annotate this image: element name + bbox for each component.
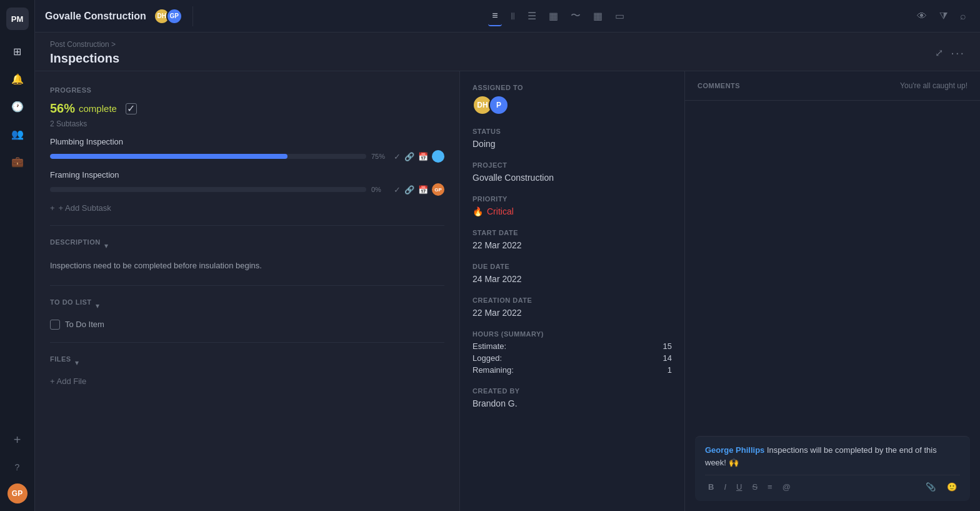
estimate-value: 15 (663, 342, 672, 351)
priority-text: Critical (487, 206, 514, 216)
start-date-field: START DATE 22 Mar 2022 (472, 229, 672, 250)
attach-button[interactable]: 📎 (922, 480, 939, 493)
list-button[interactable]: ≡ (764, 480, 776, 493)
sidebar-user-avatar[interactable]: GP (8, 483, 28, 503)
breadcrumb-parent[interactable]: Post Construction > (50, 40, 116, 49)
task-panel: PROGRESS 56% complete ✓ 2 Subtasks Plumb… (35, 71, 460, 511)
comment-author: George Phillips (705, 445, 764, 455)
comment-input-area[interactable]: George Phillips Inspections will be comp… (695, 436, 970, 501)
subtask-framing-pct: 0% (371, 186, 389, 193)
logged-label: Logged: (472, 353, 502, 363)
description-chevron: ▾ (104, 241, 108, 250)
bold-button[interactable]: B (705, 480, 717, 493)
sidebar-logo: PM (6, 8, 29, 30)
start-date-value: 22 Mar 2022 (472, 240, 672, 250)
status-field: STATUS Doing (472, 128, 672, 149)
divider-2 (50, 285, 444, 286)
collapse-icon[interactable]: ⤢ (935, 47, 943, 59)
project-field: PROJECT Govalle Construction (472, 161, 672, 183)
subtask-calendar-icon[interactable]: 📅 (418, 152, 428, 161)
subtask-framing-avatar: GP (432, 183, 444, 196)
files-label: FILES (50, 355, 71, 363)
fire-icon: 🔥 (472, 206, 483, 216)
created-by-label: CREATED BY (472, 387, 672, 395)
italic-button[interactable]: I (721, 480, 729, 493)
hours-remaining-row: Remaining: 1 (472, 365, 672, 375)
search-icon[interactable]: ⌕ (956, 7, 970, 26)
top-header: Govalle Construction DH GP ≡ ⫴ ☰ ▦ 〜 ▦ ▭… (35, 0, 980, 33)
due-date-value: 24 Mar 2022 (472, 274, 672, 284)
comments-body (685, 101, 980, 426)
hours-estimate-row: Estimate: 15 (472, 342, 672, 351)
priority-label: PRIORITY (472, 195, 672, 203)
header-divider (192, 6, 193, 26)
info-panel: ASSIGNED TO DH P STATUS Doing PROJECT Go… (460, 71, 685, 511)
sidebar-item-users[interactable]: 👥 (6, 123, 29, 145)
toolbar-align[interactable]: ☰ (524, 6, 540, 26)
hours-field: HOURS (SUMMARY) Estimate: 15 Logged: 14 … (472, 330, 672, 375)
toolbar-calendar[interactable]: ▦ (589, 6, 606, 26)
assigned-label: ASSIGNED TO (472, 84, 672, 91)
description-toggle[interactable]: DESCRIPTION ▾ (50, 238, 444, 253)
subtask-framing-calendar-icon[interactable]: 📅 (418, 185, 428, 195)
subtask-framing-attach-icon[interactable]: 🔗 (404, 185, 414, 195)
eye-icon[interactable]: 👁 (913, 7, 931, 26)
emoji-button[interactable]: 🙂 (944, 480, 960, 493)
subtask-plumbing-fill (50, 154, 288, 159)
toolbar-chart[interactable]: 〜 (567, 6, 584, 26)
description-text: Inspections need to be completed before … (50, 260, 444, 273)
files-toggle[interactable]: FILES ▾ (50, 355, 444, 370)
sidebar-add-button[interactable]: + (6, 428, 29, 451)
add-file-button[interactable]: + Add File (50, 377, 444, 386)
sidebar-item-notifications[interactable]: 🔔 (6, 68, 29, 90)
subtask-plumbing-actions: ✓ 🔗 📅 (394, 150, 444, 163)
files-chevron: ▾ (75, 358, 79, 367)
sidebar: PM ⊞ 🔔 🕐 👥 💼 + ? GP (0, 0, 35, 511)
toolbar-icons: ≡ ⫴ ☰ ▦ 〜 ▦ ▭ (488, 6, 628, 26)
filter-icon[interactable]: ⧩ (936, 7, 951, 26)
subtask-check-icon[interactable]: ✓ (394, 152, 401, 161)
underline-button[interactable]: U (733, 480, 745, 493)
project-label: PROJECT (472, 161, 672, 169)
status-label: STATUS (472, 128, 672, 135)
toolbar-gantt[interactable]: ⫴ (507, 7, 519, 26)
more-options-icon[interactable]: ··· (951, 46, 965, 60)
remaining-value: 1 (668, 365, 672, 375)
sidebar-item-history[interactable]: 🕐 (6, 95, 29, 118)
toolbar-list[interactable]: ≡ (488, 6, 501, 26)
subtask-framing-name: Framing Inspection (50, 170, 444, 180)
subtask-framing-check-icon[interactable]: ✓ (394, 185, 401, 195)
sidebar-item-home[interactable]: ⊞ (6, 40, 29, 63)
sidebar-item-briefcase[interactable]: 💼 (6, 150, 29, 173)
priority-value: 🔥 Critical (472, 206, 672, 216)
add-subtask-button[interactable]: + + Add Subtask (50, 203, 444, 213)
comments-panel: COMMENTS You're all caught up! George Ph… (685, 71, 980, 511)
todo-item: To Do Item (50, 320, 444, 330)
status-value: Doing (472, 139, 672, 149)
todo-toggle[interactable]: TO DO LIST ▾ (50, 298, 444, 313)
subtask-count: 2 Subtasks (50, 119, 444, 128)
top-right-icons: 👁 ⧩ ⌕ (913, 7, 970, 26)
toolbar-table[interactable]: ▦ (545, 6, 562, 26)
estimate-label: Estimate: (472, 342, 506, 351)
add-subtask-label: + Add Subtask (59, 203, 111, 213)
progress-percent: 56% (50, 101, 75, 116)
project-title: Govalle Construction (45, 11, 146, 22)
due-date-field: DUE DATE 24 Mar 2022 (472, 263, 672, 284)
subtask-attach-icon[interactable]: 🔗 (404, 152, 414, 161)
content-area: PROGRESS 56% complete ✓ 2 Subtasks Plumb… (35, 71, 980, 511)
strikethrough-button[interactable]: S (749, 480, 761, 493)
assigned-field: ASSIGNED TO DH P (472, 84, 672, 115)
toolbar-file[interactable]: ▭ (611, 6, 628, 26)
todo-checkbox[interactable] (50, 320, 60, 330)
comment-text: George Phillips Inspections will be comp… (705, 444, 960, 468)
avatar-group: DH GP (154, 8, 182, 24)
created-by-value: Brandon G. (472, 398, 672, 408)
project-value: Govalle Construction (472, 173, 672, 183)
comment-right-tools: 📎 🙂 (922, 480, 960, 493)
logged-value: 14 (663, 353, 672, 363)
comments-label: COMMENTS (698, 82, 740, 89)
progress-checkbox[interactable]: ✓ (126, 103, 137, 114)
mention-button[interactable]: @ (779, 480, 794, 493)
sidebar-help-button[interactable]: ? (6, 456, 29, 478)
